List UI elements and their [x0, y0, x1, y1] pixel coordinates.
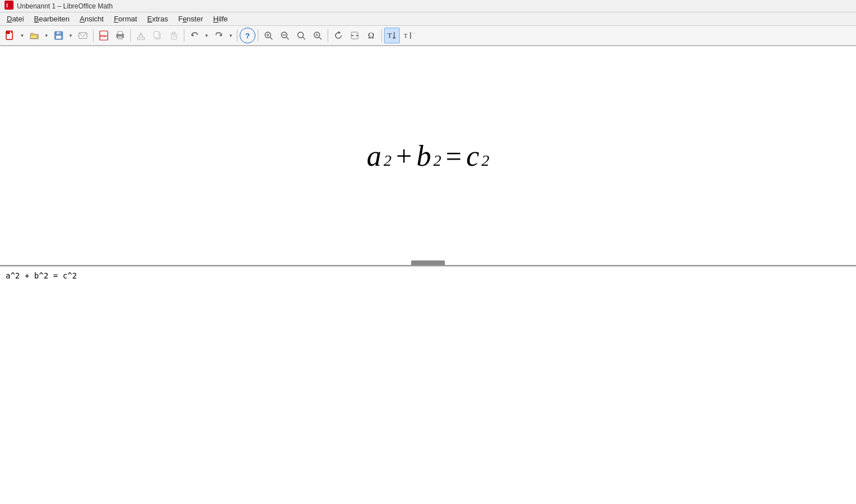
- formula-plus: +: [394, 140, 414, 173]
- undo-dropdown[interactable]: ▾: [202, 28, 210, 43]
- formula-cursor-button[interactable]: T: [400, 28, 416, 43]
- main-container: a2 + b2 = c2 a^2 + b^2 = c^2: [0, 46, 856, 504]
- svg-rect-10: [59, 32, 60, 34]
- new-button-group: ▾: [2, 28, 26, 43]
- separator-5: [258, 29, 258, 42]
- editor-area[interactable]: a^2 + b^2 = c^2: [0, 266, 856, 504]
- zoom-optimal-button[interactable]: [310, 28, 325, 43]
- svg-rect-17: [118, 37, 122, 37]
- redo-dropdown[interactable]: ▾: [227, 28, 235, 43]
- drag-handle[interactable]: [411, 260, 445, 265]
- svg-rect-9: [56, 36, 61, 39]
- new-dropdown[interactable]: ▾: [18, 28, 26, 43]
- toolbar: ▾ ▾ ▾: [0, 26, 856, 46]
- svg-rect-16: [118, 36, 122, 39]
- separator-3: [184, 29, 184, 42]
- svg-rect-27: [172, 32, 175, 34]
- formula-equals: =: [443, 140, 464, 173]
- svg-text:PDF: PDF: [100, 34, 107, 38]
- app-icon: f: [5, 1, 14, 11]
- zoom-100-button[interactable]: [293, 28, 309, 43]
- svg-rect-25: [154, 32, 159, 38]
- pdf-export-button[interactable]: PDF: [96, 28, 112, 43]
- svg-point-19: [138, 37, 140, 40]
- separator-2: [130, 29, 131, 42]
- title-bar: f Unbenannt 1 – LibreOffice Math: [0, 0, 856, 12]
- menu-format[interactable]: Format: [109, 14, 142, 24]
- menu-bearbeiten[interactable]: Bearbeiten: [29, 14, 74, 24]
- redo-button-group: ▾: [211, 28, 235, 43]
- formula-c-exp: 2: [482, 152, 489, 170]
- formula-a-exp: 2: [383, 152, 391, 170]
- print-button[interactable]: [112, 28, 128, 43]
- svg-rect-18: [118, 38, 122, 38]
- formula-c: c: [466, 139, 479, 173]
- svg-line-41: [303, 37, 305, 39]
- omega-icon: Ω: [368, 31, 374, 41]
- cut-button[interactable]: [133, 28, 149, 43]
- paste-button[interactable]: [166, 28, 182, 43]
- svg-marker-52: [392, 37, 396, 39]
- menu-fenster[interactable]: Fenster: [174, 14, 208, 24]
- open-button[interactable]: [27, 28, 42, 43]
- open-dropdown[interactable]: ▾: [42, 28, 50, 43]
- menu-bar: Datei Bearbeiten Ansicht Format Extras F…: [0, 12, 856, 26]
- save-dropdown[interactable]: ▾: [67, 28, 74, 43]
- open-button-group: ▾: [27, 28, 50, 43]
- formula-b-exp: 2: [433, 152, 441, 170]
- separator-7: [381, 29, 382, 42]
- separator-6: [328, 29, 328, 42]
- formula-display: a2 + b2 = c2: [367, 139, 489, 173]
- save-button-group: ▾: [51, 28, 74, 43]
- svg-rect-15: [118, 32, 122, 34]
- email-button[interactable]: [75, 28, 91, 43]
- format-text-button[interactable]: T: [384, 28, 400, 43]
- separator-1: [93, 29, 94, 42]
- svg-line-36: [270, 37, 272, 39]
- formula-b: b: [416, 139, 431, 173]
- svg-text:T: T: [404, 32, 408, 39]
- update-button[interactable]: [330, 28, 346, 43]
- copy-button[interactable]: [149, 28, 165, 43]
- insert-brackets-button[interactable]: [347, 28, 363, 43]
- separator-4: [237, 29, 237, 42]
- menu-extras[interactable]: Extras: [143, 14, 173, 24]
- menu-ansicht[interactable]: Ansicht: [75, 14, 108, 24]
- svg-point-20: [142, 37, 145, 40]
- undo-button[interactable]: [187, 28, 202, 43]
- preview-area: a2 + b2 = c2: [0, 46, 856, 266]
- redo-button[interactable]: [211, 28, 227, 43]
- svg-text:T: T: [387, 31, 392, 39]
- menu-hilfe[interactable]: Hilfe: [209, 14, 232, 24]
- formula-a: a: [367, 139, 381, 173]
- undo-button-group: ▾: [187, 28, 210, 43]
- editor-content: a^2 + b^2 = c^2: [6, 271, 77, 280]
- svg-rect-3: [6, 31, 10, 34]
- zoom-in-button[interactable]: [261, 28, 276, 43]
- window-title: Unbenannt 1 – LibreOffice Math: [17, 2, 113, 10]
- save-button[interactable]: [51, 28, 67, 43]
- help-icon: ?: [245, 32, 250, 40]
- svg-line-39: [286, 37, 289, 39]
- menu-datei[interactable]: Datei: [2, 14, 28, 24]
- zoom-out-button[interactable]: [277, 28, 293, 43]
- help-button[interactable]: ?: [240, 28, 255, 43]
- symbols-button[interactable]: Ω: [363, 28, 379, 43]
- svg-marker-46: [338, 31, 341, 34]
- svg-point-40: [298, 32, 303, 38]
- svg-line-45: [319, 37, 321, 39]
- new-button[interactable]: [2, 28, 18, 43]
